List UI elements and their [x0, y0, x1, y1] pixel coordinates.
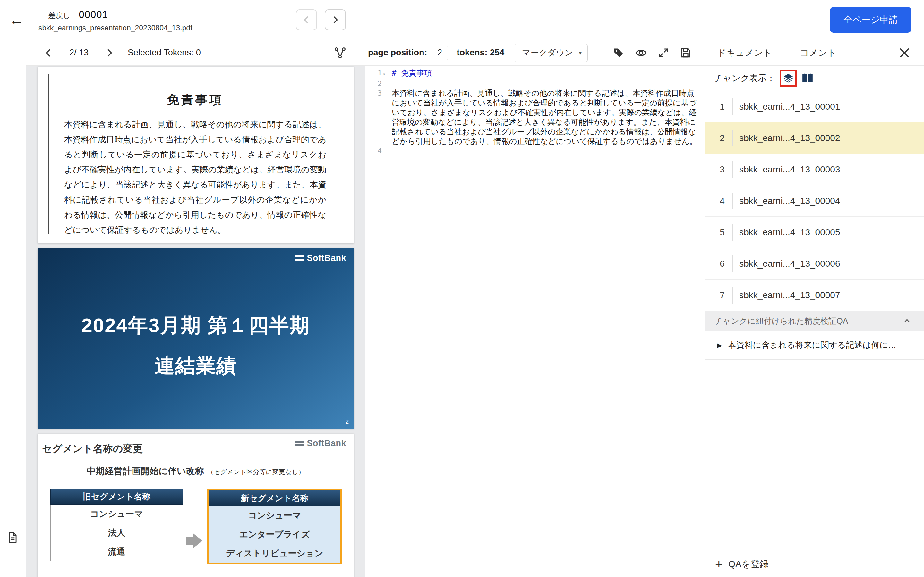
next-page-button[interactable]	[325, 9, 346, 31]
chunk-item-2[interactable]: 2 sbkk_earni...4_13_00002	[705, 122, 924, 154]
pdf-page-canvas[interactable]: 免責事項 本資料に含まれる計画、見通し、戦略その他の将来に関する記述は、本資料作…	[26, 66, 365, 577]
chunk-item-3[interactable]: 3 sbkk_earni...4_13_00003	[705, 154, 924, 185]
editor-panel: page position: 2 tokens: 254 マークダウン ▾	[365, 40, 704, 577]
close-icon	[898, 46, 911, 60]
new-segment-table: 新セグメント名称 コンシューマ エンタープライズ ディストリビューション	[207, 488, 342, 564]
old-segment-table: 旧セグメント名称 コンシューマ 法人 流通	[50, 488, 183, 564]
sidebar-header: ドキュメント コメント	[705, 40, 924, 66]
chunk-display-label: チャンク表示：	[714, 73, 775, 84]
chunk-reader-view-button[interactable]	[801, 72, 814, 85]
divider	[732, 98, 733, 115]
cover-title-line1: 2024年3月期 第１四半期	[81, 312, 310, 339]
prev-page-button[interactable]	[296, 9, 317, 31]
viewer-next-page-button[interactable]	[102, 45, 117, 60]
fullscreen-button[interactable]	[658, 47, 669, 59]
tag-button[interactable]	[613, 47, 624, 59]
viewer-prev-page-button[interactable]	[41, 45, 56, 60]
chevron-left-icon	[43, 47, 54, 59]
softbank-bars-icon	[296, 255, 304, 261]
code-line: 4	[365, 146, 704, 156]
divider	[732, 255, 733, 272]
format-select[interactable]: マークダウン ▾	[515, 44, 588, 62]
document-title-block: 差戻し 00001 sbkk_earnings_presentation_202…	[39, 8, 192, 32]
tokens-count-label: tokens: 254	[457, 48, 505, 58]
chunk-item-1[interactable]: 1 sbkk_earni...4_13_00001	[705, 91, 924, 122]
disclaimer-title: 免責事項	[49, 92, 342, 108]
tab-document[interactable]: ドキュメント	[717, 47, 772, 59]
softbank-logo: SoftBank	[296, 438, 346, 448]
chunk-item-5[interactable]: 5 sbkk_earni...4_13_00005	[705, 217, 924, 248]
qa-section-header: チャンクに紐付けられた精度検証QA	[705, 311, 924, 331]
selected-tokens-label: Selected Tokens: 0	[128, 48, 201, 58]
slide-disclaimer[interactable]: 免責事項 本資料に含まれる計画、見通し、戦略その他の将来に関する記述は、本資料作…	[37, 67, 354, 243]
text-cursor	[392, 147, 393, 155]
old-segment-row: コンシューマ	[50, 504, 183, 524]
chevron-left-icon	[301, 15, 312, 25]
page-position-input[interactable]: 2	[432, 45, 448, 60]
layers-icon	[783, 73, 794, 84]
floppy-disk-icon	[680, 47, 692, 59]
submit-all-pages-button[interactable]: 全ページ申請	[830, 7, 911, 33]
segment-slide-subheading-row: 中期経営計画開始に伴い改称 （セグメント区分等に変更なし）	[37, 465, 354, 477]
code-text: # 免責事項	[389, 68, 704, 79]
segment-slide-heading: セグメント名称の変更	[42, 442, 143, 456]
divider	[732, 161, 733, 178]
tab-comment[interactable]: コメント	[800, 47, 837, 59]
pdf-viewer-panel: 2/ 13 Selected Tokens: 0 免責事項 本資料に含まれる計画…	[26, 40, 365, 577]
status-label: 差戻し	[48, 11, 71, 21]
chevron-up-icon	[902, 316, 912, 326]
chunk-overlay-view-button[interactable]	[780, 70, 796, 87]
plus-icon: +	[715, 558, 722, 571]
viewer-page-indicator: 2/ 13	[69, 48, 89, 58]
chunk-display-row: チャンク表示：	[705, 66, 924, 91]
old-segment-header: 旧セグメント名称	[50, 488, 183, 504]
caret-down-icon: ▾	[579, 49, 582, 56]
markdown-editor[interactable]: 1▾ # 免責事項 2 3 本資料に含まれる計画、見通し、戦略その他の将来に関す…	[365, 66, 704, 577]
editor-toolbar: page position: 2 tokens: 254 マークダウン ▾	[365, 40, 704, 66]
segment-tables: 旧セグメント名称 コンシューマ 法人 流通 新セグメント名称 コンシューマ エン…	[50, 488, 342, 564]
chunk-item-7[interactable]: 7 sbkk_earni...4_13_00007	[705, 279, 924, 311]
add-qa-button[interactable]: + QAを登録	[705, 551, 924, 577]
document-filename: sbkk_earnings_presentation_20230804_13.p…	[39, 24, 192, 32]
qa-collapse-button[interactable]	[902, 316, 912, 326]
slide-page-number: 2	[345, 418, 349, 425]
slide-title-cover[interactable]: SoftBank 2024年3月期 第１四半期 連結業績 2	[37, 248, 354, 429]
divider	[732, 224, 733, 241]
disclaimer-body: 本資料に含まれる計画、見通し、戦略その他の将来に関する記述は、本資料作成日時点に…	[64, 117, 326, 234]
slide-segment-rename[interactable]: SoftBank セグメント名称の変更 中期経営計画開始に伴い改称 （セグメント…	[37, 434, 354, 577]
tag-icon	[613, 47, 624, 59]
divider	[732, 130, 733, 147]
code-line: 1▾ # 免責事項	[365, 68, 704, 79]
chevron-right-icon	[330, 15, 341, 25]
save-button[interactable]	[680, 47, 692, 59]
document-page-icon	[6, 532, 19, 544]
app-window: ← 差戻し 00001 sbkk_earnings_presentation_2…	[0, 0, 924, 577]
preview-button[interactable]	[635, 47, 648, 59]
qa-question-item[interactable]: ▶ 本資料に含まれる将来に関する記述は何に…	[705, 331, 924, 359]
old-segment-row: 流通	[50, 542, 183, 561]
main-area: 2/ 13 Selected Tokens: 0 免責事項 本資料に含まれる計画…	[0, 40, 924, 577]
viewer-toolbar: 2/ 13 Selected Tokens: 0	[26, 40, 365, 66]
chunk-item-6[interactable]: 6 sbkk_earni...4_13_00006	[705, 248, 924, 279]
fold-caret-icon[interactable]: ▾	[383, 69, 387, 79]
arrow-left-icon: ←	[9, 11, 24, 29]
chunk-item-4[interactable]: 4 sbkk_earni...4_13_00004	[705, 185, 924, 217]
document-page-nav	[296, 9, 346, 31]
code-text	[389, 79, 704, 89]
new-segment-row: エンタープライズ	[209, 525, 341, 544]
expand-arrows-icon	[658, 47, 669, 59]
triangle-right-icon: ▶	[717, 342, 722, 349]
document-id: 00001	[79, 9, 108, 21]
left-rail	[0, 40, 26, 577]
divider	[732, 193, 733, 210]
eye-icon	[635, 47, 648, 59]
token-graph-button[interactable]	[334, 47, 347, 59]
softbank-logo: SoftBank	[296, 253, 346, 263]
document-list-button[interactable]	[6, 532, 19, 545]
new-segment-row: ディストリビューション	[209, 544, 341, 563]
back-button[interactable]: ←	[8, 11, 26, 29]
chevron-right-icon	[103, 47, 115, 59]
disclaimer-box: 免責事項 本資料に含まれる計画、見通し、戦略その他の将来に関する記述は、本資料作…	[48, 74, 342, 234]
right-sidebar: ドキュメント コメント チャンク表示： 1 sbkk_earni...4_13_…	[704, 40, 924, 577]
close-sidebar-button[interactable]	[898, 46, 911, 60]
